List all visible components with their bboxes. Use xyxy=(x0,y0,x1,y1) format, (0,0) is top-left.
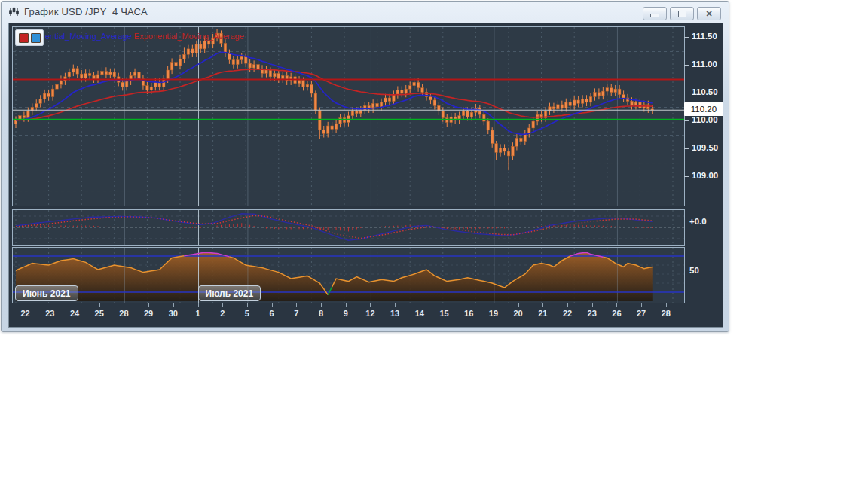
price-tick xyxy=(684,148,689,149)
time-tick xyxy=(321,303,322,307)
legend-swatch-box xyxy=(15,29,44,46)
time-tick xyxy=(50,303,50,307)
time-axis-label: 6 xyxy=(261,309,283,318)
legend-labels: ential_Moving_Average Exponential_Moving… xyxy=(45,32,244,41)
time-tick xyxy=(222,303,223,307)
time-axis-label: 24 xyxy=(64,309,85,318)
time-axis-label: 8 xyxy=(310,309,332,318)
title-bar[interactable]: График USD /JPY 4 ЧАСА ✕ xyxy=(2,2,729,22)
ema-fast-line xyxy=(16,52,653,134)
time-tick xyxy=(26,303,26,307)
time-axis-label: 9 xyxy=(335,309,356,318)
time-axis-label: 19 xyxy=(483,309,504,318)
minimize-button[interactable] xyxy=(643,7,667,20)
time-tick xyxy=(469,303,469,307)
time-axis-label: 26 xyxy=(606,309,627,318)
time-axis-label: 7 xyxy=(286,309,307,318)
time-axis-label: 2 xyxy=(212,309,233,318)
time-tick xyxy=(494,303,494,307)
candlestick-series xyxy=(14,29,653,170)
time-axis-label: 16 xyxy=(458,309,479,318)
rsi-fill xyxy=(16,252,653,301)
time-axis-label: 22 xyxy=(15,309,36,318)
ema-fast-legend-label: ential_Moving_Average xyxy=(45,32,132,41)
time-tick xyxy=(346,303,347,307)
time-tick xyxy=(272,303,273,307)
time-axis-label: 13 xyxy=(384,309,405,318)
time-axis-label: 1 xyxy=(188,309,209,318)
minimize-icon xyxy=(650,14,659,17)
chart-client-area: ential_Moving_Average Exponential_Moving… xyxy=(8,23,723,328)
rsi-axis-label: 50 xyxy=(689,266,699,275)
time-tick xyxy=(173,303,174,307)
time-axis-label: 21 xyxy=(532,309,553,318)
time-axis-label: 25 xyxy=(89,309,110,318)
time-axis-label: 23 xyxy=(39,309,60,318)
time-tick xyxy=(666,303,667,307)
price-chart-panel[interactable] xyxy=(12,26,685,206)
time-tick xyxy=(445,303,445,307)
rsi-chart[interactable] xyxy=(13,248,684,303)
time-tick xyxy=(370,303,371,307)
time-tick xyxy=(592,303,593,307)
time-tick xyxy=(567,303,568,307)
time-tick xyxy=(148,303,149,307)
price-axis-label: 109.00 xyxy=(692,171,718,180)
time-tick xyxy=(124,303,124,307)
month-label-july: Июль 2021 xyxy=(198,285,261,301)
time-tick xyxy=(296,303,297,307)
maximize-icon xyxy=(678,11,686,17)
close-icon: ✕ xyxy=(705,10,712,18)
time-axis-label: 28 xyxy=(113,309,134,318)
macd-indicator-panel[interactable] xyxy=(12,209,685,246)
blue-indicator-swatch xyxy=(31,33,41,43)
price-tick xyxy=(684,176,689,177)
time-axis-label: 12 xyxy=(359,309,381,318)
price-axis-label: 110.50 xyxy=(692,87,718,96)
time-tick xyxy=(542,303,543,307)
time-axis-label: 20 xyxy=(508,309,529,318)
time-axis-label: 30 xyxy=(163,309,184,318)
window-title: График USD /JPY 4 ЧАСА xyxy=(24,6,148,17)
chart-window: График USD /JPY 4 ЧАСА ✕ ential_Moving_A… xyxy=(1,1,729,332)
price-axis[interactable]: 111.50111.00110.50110.00109.50109.00 xyxy=(684,23,724,306)
time-axis-label: 23 xyxy=(582,309,603,318)
price-tick xyxy=(684,120,689,121)
time-tick xyxy=(247,303,248,307)
rsi-indicator-panel[interactable] xyxy=(12,247,685,303)
time-axis-label: 29 xyxy=(138,309,159,318)
ema-slow-legend-label: Exponential_Moving_Average xyxy=(134,32,244,41)
ema-slow-line xyxy=(16,69,653,120)
price-axis-label: 111.00 xyxy=(692,59,717,69)
current-price-label: 110.20 xyxy=(684,102,723,116)
indicator-legend: ential_Moving_Average Exponential_Moving… xyxy=(15,29,244,46)
time-axis-label: 5 xyxy=(237,309,258,318)
time-tick xyxy=(198,303,199,307)
time-tick xyxy=(99,303,100,307)
time-axis-label: 27 xyxy=(631,309,652,318)
time-axis[interactable]: 2223242528293012567891213141516192021222… xyxy=(12,303,683,326)
time-axis-label: 15 xyxy=(434,309,455,318)
time-axis-label: 22 xyxy=(557,309,578,318)
time-axis-label: 14 xyxy=(409,309,430,318)
red-indicator-swatch xyxy=(19,33,29,43)
price-axis-label: 111.50 xyxy=(692,32,717,41)
candlestick-chart[interactable] xyxy=(13,27,684,206)
price-tick xyxy=(684,37,689,38)
time-tick xyxy=(395,303,396,307)
price-tick xyxy=(684,65,689,66)
macd-chart[interactable] xyxy=(13,210,684,245)
maximize-button[interactable] xyxy=(670,7,694,20)
chart-window-icon xyxy=(8,6,20,17)
price-axis-label: 110.00 xyxy=(692,115,718,124)
close-button[interactable]: ✕ xyxy=(697,7,721,20)
price-axis-label: 109.50 xyxy=(692,143,718,152)
macd-axis-label: +0.0 xyxy=(689,217,707,226)
time-tick xyxy=(518,303,519,307)
time-tick xyxy=(75,303,75,307)
price-tick xyxy=(684,93,689,93)
time-tick xyxy=(616,303,617,307)
time-tick xyxy=(641,303,642,307)
month-label-june: Июнь 2021 xyxy=(15,285,78,301)
window-controls: ✕ xyxy=(643,7,721,20)
